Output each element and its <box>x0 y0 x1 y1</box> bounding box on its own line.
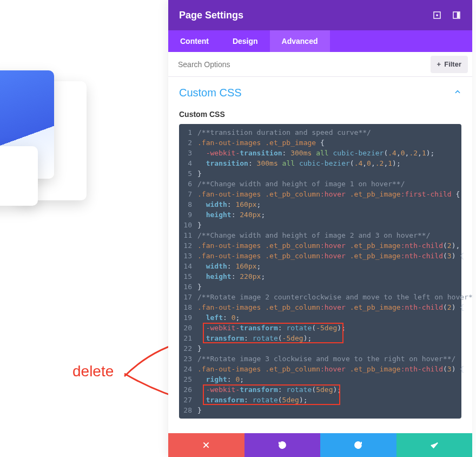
expand-icon[interactable] <box>432 10 442 20</box>
custom-css-sublabel: Custom CSS <box>179 110 461 119</box>
toggle-title: Custom CSS <box>179 87 242 99</box>
panel-title: Page Settings <box>179 10 243 21</box>
page-settings-panel: Page Settings Content Design Advanced + … <box>168 0 472 457</box>
custom-css-toggle[interactable]: Custom CSS <box>179 87 461 99</box>
save-button[interactable] <box>396 433 473 457</box>
panel-body: Custom CSS Custom CSS 1/**transition dur… <box>168 77 472 433</box>
preview-card <box>0 146 38 206</box>
tab-content[interactable]: Content <box>168 30 221 52</box>
panel-footer <box>168 433 472 457</box>
svg-point-1 <box>437 15 438 16</box>
annotation-delete-label: delete <box>72 363 114 380</box>
close-button[interactable] <box>168 433 244 457</box>
search-row: + Filter <box>168 52 472 77</box>
redo-button[interactable] <box>320 433 396 457</box>
tab-advanced[interactable]: Advanced <box>270 30 330 52</box>
filter-button-label: Filter <box>444 60 461 68</box>
filter-button[interactable]: + Filter <box>431 56 468 73</box>
chevron-up-icon <box>454 88 461 98</box>
svg-rect-3 <box>457 12 460 18</box>
css-code-editor[interactable]: 1/**transition duration and speed curve*… <box>179 124 461 419</box>
tab-design[interactable]: Design <box>221 30 270 52</box>
undo-button[interactable] <box>244 433 321 457</box>
tabs-bar: Content Design Advanced <box>168 30 472 52</box>
plus-icon: + <box>437 60 441 68</box>
background-preview <box>0 70 87 222</box>
highlight-box <box>203 323 343 343</box>
panel-titlebar: Page Settings <box>168 0 472 30</box>
search-input[interactable] <box>168 60 431 69</box>
highlight-box <box>203 384 340 405</box>
snap-right-icon[interactable] <box>452 10 461 20</box>
